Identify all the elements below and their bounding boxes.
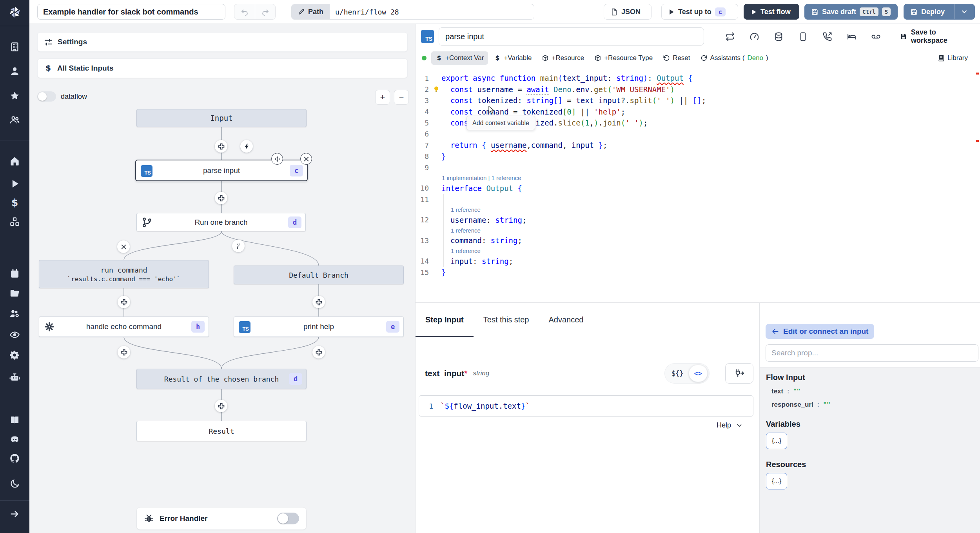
smartphone-icon[interactable] <box>798 32 808 42</box>
search-prop-input[interactable] <box>766 344 978 362</box>
discord-icon[interactable] <box>9 434 20 445</box>
book-icon[interactable] <box>9 415 20 425</box>
variables-expand-button[interactable]: {...} <box>766 433 787 449</box>
phone-incoming-icon[interactable] <box>822 32 832 42</box>
node-run-one-branch[interactable]: Run one branch d <box>136 213 306 231</box>
codelens-row[interactable]: 1 reference <box>416 226 980 235</box>
chevron-down-icon[interactable] <box>736 422 743 429</box>
voicemail-icon[interactable] <box>871 32 881 42</box>
code-line[interactable]: 7 return { username,command, input }; <box>416 140 980 151</box>
user-icon[interactable] <box>9 66 20 76</box>
gauge-icon[interactable] <box>750 32 759 42</box>
step-name-input[interactable]: parse input <box>439 27 704 45</box>
resources-expand-button[interactable]: {...} <box>766 473 787 489</box>
error-handler-toggle[interactable] <box>277 513 299 524</box>
add-step-button[interactable] <box>312 346 325 358</box>
json-button[interactable]: JSON <box>604 4 652 20</box>
add-step-button[interactable] <box>118 346 130 358</box>
folder-icon[interactable] <box>9 288 20 298</box>
boxes-icon[interactable] <box>9 216 20 227</box>
connect-input-button[interactable] <box>725 363 753 384</box>
save-to-workspace-button[interactable]: Save to workspace <box>900 28 972 45</box>
lightbulb-icon[interactable] <box>433 86 440 93</box>
dollar-icon[interactable]: $ <box>9 198 20 208</box>
add-step-button[interactable] <box>215 192 227 204</box>
code-line[interactable]: 1export async function main(text_input: … <box>416 73 980 84</box>
code-line[interactable]: 14 input: string; <box>416 256 980 267</box>
arrow-right-icon[interactable] <box>9 509 20 519</box>
add-step-button[interactable] <box>118 296 130 308</box>
users-icon[interactable] <box>9 115 20 125</box>
prop-row-response_url[interactable]: response_url:"" <box>766 401 974 409</box>
add-context-var-button[interactable]: $ +Context Var <box>431 51 488 65</box>
add-resource-type-button[interactable]: +Resource Type <box>590 51 657 65</box>
assistants-button[interactable]: Assistants (Deno) <box>696 51 773 65</box>
library-button[interactable]: Library <box>933 51 972 65</box>
code-mode-option[interactable]: <> <box>689 365 708 382</box>
tab-test-this-step[interactable]: Test this step <box>474 303 539 337</box>
node-print-help[interactable]: TS print help e <box>234 317 404 337</box>
code-line[interactable]: 15} <box>416 267 980 278</box>
redo-button[interactable] <box>255 4 275 19</box>
codelens-row[interactable]: 1 implementation | 1 reference <box>416 173 980 183</box>
node-branch-result[interactable]: Result of the chosen branch d <box>136 369 307 389</box>
add-step-button[interactable] <box>215 400 227 412</box>
tab-step-input[interactable]: Step Input <box>416 303 474 337</box>
node-input[interactable]: Input <box>136 109 307 127</box>
code-line[interactable]: 10interface Output { <box>416 183 980 194</box>
add-step-button[interactable] <box>312 296 325 308</box>
node-branch-run-command[interactable]: run command `results.c.command === 'echo… <box>39 260 209 288</box>
save-draft-button[interactable]: Save draft Ctrl S <box>804 4 898 20</box>
github-icon[interactable] <box>9 453 20 464</box>
add-step-button[interactable] <box>215 140 227 153</box>
undo-button[interactable] <box>234 4 255 19</box>
codelens-row[interactable]: 1 reference <box>416 205 980 215</box>
template-mode-option[interactable]: ${} <box>666 369 689 377</box>
moon-icon[interactable] <box>9 478 20 489</box>
bed-icon[interactable] <box>847 32 857 42</box>
home-icon[interactable] <box>9 156 20 166</box>
node-parse-input[interactable]: TS parse input c <box>135 160 308 181</box>
database-icon[interactable] <box>774 32 784 42</box>
reset-button[interactable]: Reset <box>659 51 694 65</box>
code-line[interactable]: 2 const username = await Deno.env.get('W… <box>416 84 980 95</box>
prop-row-text[interactable]: text:"" <box>766 387 974 395</box>
add-resource-button[interactable]: +Resource <box>537 51 588 65</box>
code-line[interactable]: 11 <box>416 194 980 205</box>
add-branch-button[interactable] <box>232 240 245 252</box>
users-gear-icon[interactable] <box>9 308 20 319</box>
remove-branch-button[interactable] <box>117 240 130 253</box>
code-line[interactable]: 9 <box>416 162 980 173</box>
test-up-to-button[interactable]: Test up to c <box>661 4 738 20</box>
tab-advanced[interactable]: Advanced <box>539 303 593 337</box>
eye-icon[interactable] <box>9 329 20 340</box>
code-editor[interactable]: 1export async function main(text_input: … <box>416 67 980 304</box>
test-flow-button[interactable]: Test flow <box>744 4 799 20</box>
code-line[interactable]: 12 username: string; <box>416 215 980 226</box>
node-handle-echo-command[interactable]: handle echo command h <box>39 317 209 337</box>
building-icon[interactable] <box>9 42 20 52</box>
robot-icon[interactable] <box>9 372 20 383</box>
windmill-logo[interactable] <box>7 4 23 20</box>
node-result[interactable]: Result <box>136 421 307 441</box>
play-icon[interactable] <box>9 178 20 189</box>
field-expression-editor[interactable]: 1 `${flow_input.text}` <box>419 395 753 417</box>
move-step-button[interactable] <box>271 153 283 165</box>
path-group[interactable]: Path u/henri/flow_28 <box>291 4 534 20</box>
repeat-icon[interactable] <box>725 32 735 42</box>
flow-title-input[interactable]: Example handler for slack bot commands <box>37 4 225 20</box>
deploy-button[interactable]: Deploy <box>904 4 951 19</box>
help-link[interactable]: Help <box>717 421 731 429</box>
edit-or-connect-button[interactable]: Edit or connect an input <box>766 324 874 339</box>
codelens-row[interactable]: 1 reference <box>416 246 980 256</box>
gear-icon[interactable] <box>9 350 20 360</box>
delete-step-button[interactable] <box>300 153 312 165</box>
deploy-dropdown-button[interactable] <box>955 4 973 19</box>
code-line[interactable]: 13 command: string; <box>416 235 980 246</box>
code-line[interactable]: 3 const tokenized: string[] = text_input… <box>416 95 980 106</box>
star-icon[interactable] <box>9 91 20 101</box>
code-line[interactable]: 8} <box>416 151 980 162</box>
node-default-branch[interactable]: Default Branch <box>234 266 404 284</box>
trigger-bolt-button[interactable] <box>240 140 253 153</box>
calendar-icon[interactable] <box>9 268 20 279</box>
